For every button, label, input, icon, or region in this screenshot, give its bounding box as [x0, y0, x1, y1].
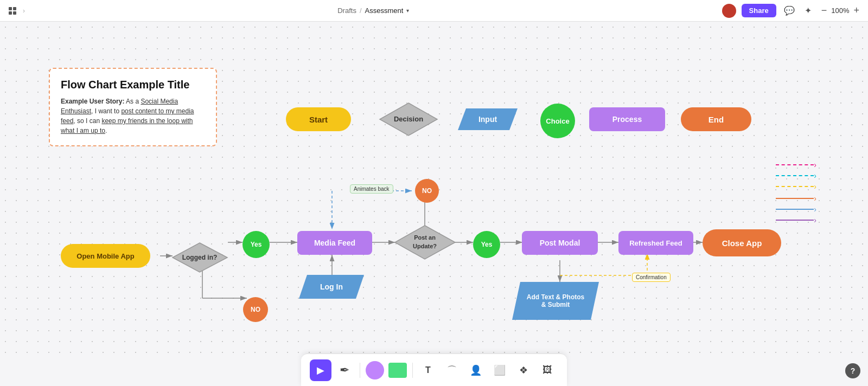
topbar-right: Share 💬 ✦ − 100% +	[722, 4, 861, 18]
svg-text:Update?: Update?	[413, 243, 437, 249]
chat-icon[interactable]: 💬	[782, 4, 797, 17]
log-in: Log In	[299, 275, 364, 299]
close-app: Close App	[703, 229, 781, 256]
no-circle-1: NO	[243, 297, 268, 322]
legend-lines: › › › › › ›	[776, 158, 816, 227]
person-tool[interactable]: 👤	[465, 359, 487, 381]
breadcrumb: Drafts / Assessment ▾	[337, 7, 409, 15]
zoom-in-button[interactable]: +	[851, 4, 861, 17]
topbar-left: ›	[7, 5, 25, 17]
legend-title: Flow Chart Example Title	[61, 79, 205, 91]
avatar[interactable]	[722, 4, 736, 18]
sticker-tool[interactable]: ❖	[513, 359, 534, 381]
breadcrumb-separator: /	[360, 7, 362, 15]
legend-process: Process	[589, 107, 665, 131]
media-feed: Media Feed	[297, 231, 372, 255]
legend-box: Flow Chart Example Title Example User St…	[49, 68, 217, 146]
no-circle-2: NO	[415, 179, 439, 203]
toolbar: ▶ ✒ T ⌒ 👤 ⬜ ❖ 🖼	[301, 353, 567, 386]
text-tool[interactable]: T	[417, 359, 439, 381]
add-text-photos: Add Text & Photos & Submit	[512, 282, 599, 320]
topbar: › Drafts / Assessment ▾ Share 💬 ✦ − 100%…	[0, 0, 868, 22]
circle-shape[interactable]	[366, 361, 384, 379]
story-label: Example User Story:	[61, 98, 124, 105]
ai-icon[interactable]: ✦	[802, 4, 814, 17]
zoom-out-button[interactable]: −	[819, 4, 829, 17]
yes-circle-1: Yes	[242, 231, 270, 258]
canvas[interactable]: Flow Chart Example Title Example User St…	[0, 22, 868, 353]
zoom-control: − 100% +	[819, 4, 861, 17]
confirmation-label: Confirmation	[632, 273, 671, 282]
toolbar-divider-1	[360, 363, 360, 378]
logged-in-diamond: Logged in?	[171, 242, 228, 273]
open-mobile-app: Open Mobile App	[61, 244, 150, 268]
drafts-label[interactable]: Drafts	[337, 7, 356, 15]
logo-icon[interactable]	[7, 5, 18, 17]
pen-tool[interactable]: ✒	[334, 359, 355, 381]
cursor-tool[interactable]: ▶	[310, 359, 331, 381]
post-update-diamond: Post an Update?	[394, 224, 456, 260]
legend-choice: Choice	[540, 104, 575, 138]
frame-tool[interactable]: ⬜	[489, 359, 510, 381]
help-button[interactable]: ?	[845, 363, 860, 378]
chevron-right-icon: ›	[23, 7, 25, 15]
svg-marker-30	[395, 226, 455, 259]
share-button[interactable]: Share	[742, 4, 776, 17]
legend-body: Example User Story: As a Social Media En…	[61, 97, 205, 136]
assessment-title[interactable]: Assessment	[365, 7, 404, 15]
yes-circle-2: Yes	[473, 231, 500, 258]
svg-text:Decision: Decision	[394, 115, 423, 123]
svg-text:Post an: Post an	[414, 234, 436, 241]
legend-input: Input	[458, 108, 518, 130]
connector-tool[interactable]: ⌒	[441, 359, 463, 381]
legend-start: Start	[286, 107, 351, 131]
svg-text:Logged in?: Logged in?	[182, 254, 218, 261]
toolbar-divider-2	[412, 363, 413, 378]
post-modal: Post Modal	[522, 231, 598, 255]
legend-end: End	[681, 107, 751, 131]
animates-back-label: Animates back	[350, 184, 393, 194]
title-chevron-icon[interactable]: ▾	[406, 8, 409, 14]
image-tool[interactable]: 🖼	[537, 359, 558, 381]
rect-shape[interactable]	[388, 363, 407, 378]
refreshed-feed: Refreshed Feed	[618, 231, 693, 255]
zoom-level[interactable]: 100%	[831, 7, 849, 15]
legend-decision: Decision	[379, 102, 438, 137]
